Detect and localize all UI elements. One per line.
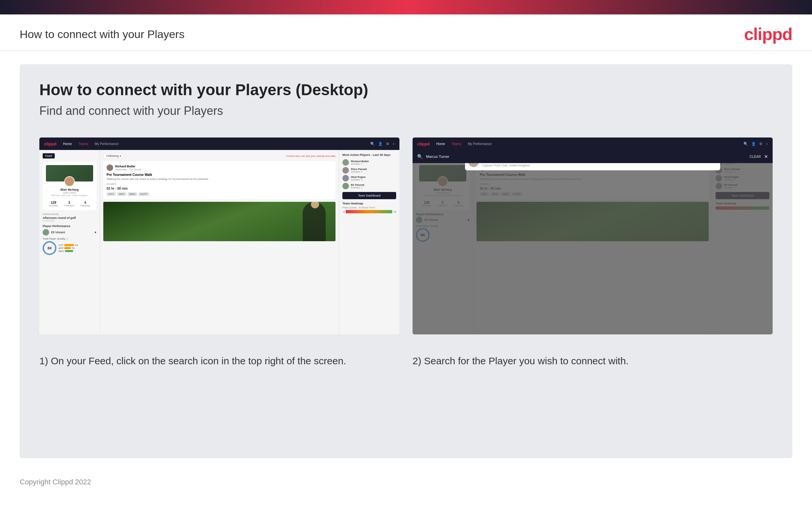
top-bar bbox=[0, 0, 812, 14]
mock-nav-home[interactable]: Home bbox=[63, 142, 72, 146]
mock-nav-icons: 🔍 👤 ⚙ ○ bbox=[370, 142, 395, 146]
search-icon-overlay: 🔍 bbox=[417, 154, 423, 159]
activity-card: Richard Butler Yesterday · The Grove Pre… bbox=[103, 161, 335, 199]
copyright-text: Copyright Clippd 2022 bbox=[20, 478, 91, 486]
page-title: How to connect with your Players bbox=[20, 28, 185, 41]
search-overlay: 🔍 Marcus Turner CLEAR ✕ Marcus Turner 1-… bbox=[413, 150, 773, 334]
logo: clippd bbox=[744, 24, 792, 44]
golf-image bbox=[103, 202, 335, 241]
profile-name: Blair McHarg bbox=[46, 188, 93, 191]
step-2-text: 2) Search for the Player you wish to con… bbox=[413, 354, 773, 368]
main-title: How to connect with your Players (Deskto… bbox=[39, 81, 773, 99]
user-icon[interactable]: 👤 bbox=[378, 142, 383, 146]
step-1-text: 1) On your Feed, click on the search ico… bbox=[39, 354, 399, 368]
search-icon-2[interactable]: 🔍 bbox=[744, 142, 748, 146]
team-heatmap: Team Heatmap Player Quality · 20 Round T… bbox=[342, 202, 396, 213]
feed-tab[interactable]: Feed bbox=[43, 153, 55, 159]
steps-row: 1) On your Feed, click on the search ico… bbox=[39, 354, 773, 368]
profile-club: Mill Ride Golf Club, United Kingdom bbox=[46, 194, 93, 197]
mock-nav-1: clippd Home Teams My Performance 🔍 👤 ⚙ ○ bbox=[39, 137, 399, 150]
main-content: How to connect with your Players (Deskto… bbox=[20, 64, 792, 458]
most-active-title: Most Active Players - Last 30 days bbox=[342, 153, 396, 157]
screenshots-row: clippd Home Teams My Performance 🔍 👤 ⚙ ○… bbox=[39, 137, 773, 334]
player-selector-row[interactable]: Eli Vincent ▾ bbox=[43, 229, 96, 236]
profile-role: Golf Coach bbox=[46, 191, 93, 194]
avatar-icon[interactable]: ○ bbox=[392, 142, 395, 146]
settings-icon-2[interactable]: ⚙ bbox=[759, 142, 762, 146]
footer: Copyright Clippd 2022 bbox=[0, 471, 812, 493]
player-performance-title: Player Performance bbox=[43, 224, 96, 228]
screenshot-2: clippd Home Teams My Performance 🔍 👤 ⚙ ○… bbox=[413, 137, 773, 334]
following-button[interactable]: Following bbox=[103, 153, 124, 159]
mock-nav-teams-2[interactable]: Teams bbox=[451, 142, 461, 146]
user-icon-2[interactable]: 👤 bbox=[751, 142, 756, 146]
following-bar: Following Control who can see your activ… bbox=[103, 153, 335, 159]
avatar-icon-2[interactable]: ○ bbox=[766, 142, 768, 146]
mock-nav-teams[interactable]: Teams bbox=[78, 142, 88, 146]
mock-nav-home-2[interactable]: Home bbox=[436, 142, 445, 146]
search-icon[interactable]: 🔍 bbox=[370, 142, 375, 146]
screenshot-1: clippd Home Teams My Performance 🔍 👤 ⚙ ○… bbox=[39, 137, 399, 334]
search-input[interactable]: Marcus Turner bbox=[426, 155, 747, 159]
control-link[interactable]: Control who can see your activity and da… bbox=[286, 155, 335, 158]
search-bar: 🔍 Marcus Turner CLEAR ✕ bbox=[413, 150, 773, 163]
mock-nav-2: clippd Home Teams My Performance 🔍 👤 ⚙ ○ bbox=[413, 137, 773, 150]
mock-nav-icons-2: 🔍 👤 ⚙ ○ bbox=[744, 142, 768, 146]
mock-right-panel: Most Active Players - Last 30 days Richa… bbox=[339, 150, 399, 334]
mock-center-panel: Following Control who can see your activ… bbox=[100, 150, 339, 334]
team-dashboard-button[interactable]: Team Dashboard bbox=[342, 192, 396, 199]
settings-icon[interactable]: ⚙ bbox=[386, 142, 389, 146]
mock-nav-performance[interactable]: My Performance bbox=[94, 142, 118, 146]
mock-nav-performance-2[interactable]: My Performance bbox=[468, 142, 491, 146]
profile-card: Blair McHarg Golf Coach Mill Ride Golf C… bbox=[43, 162, 96, 210]
profile-stats: 129 Activities 3 Followers 4 Following bbox=[46, 199, 93, 207]
close-button[interactable]: ✕ bbox=[764, 154, 768, 159]
result-location: Cypress Point Club, United Kingdom bbox=[482, 164, 530, 167]
mock-logo-2: clippd bbox=[417, 141, 430, 146]
mock-left-panel: Feed Blair McHarg Golf Coach Mill Ride G… bbox=[39, 150, 100, 334]
header: How to connect with your Players clippd bbox=[0, 14, 812, 51]
main-subtitle: Find and connect with your Players bbox=[39, 104, 773, 118]
mock-logo-1: clippd bbox=[44, 141, 56, 146]
clear-button[interactable]: CLEAR bbox=[750, 155, 761, 159]
